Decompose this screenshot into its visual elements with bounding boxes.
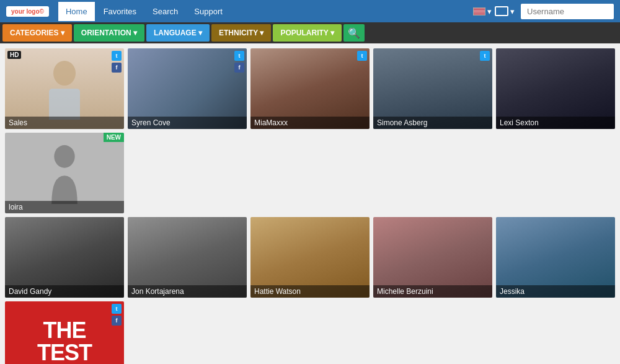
new-badge: NEW	[104, 133, 124, 142]
twitter-icon: t	[480, 51, 490, 61]
card-jessika[interactable]: Jessika	[496, 217, 615, 298]
facebook-icon: f	[112, 316, 122, 326]
syren-label: Syren Cove	[128, 117, 247, 129]
orientation-button[interactable]: ORIENTATION ▾	[74, 24, 144, 42]
twitter-icon: t	[112, 304, 122, 314]
michelle-label: Michelle Berzuini	[373, 285, 492, 298]
logo-text: your logo	[11, 8, 40, 15]
mia-label: MiaMaxxx	[250, 117, 370, 129]
test-text: THETEST	[37, 319, 92, 364]
sales-label: Sales	[5, 117, 124, 129]
search-button[interactable]: 🔍	[343, 24, 365, 42]
popularity-label: POPULARITY ▾	[280, 29, 334, 37]
hattie-label: Hattie Watson	[250, 285, 370, 298]
model-grid: HD t f Sales t f Syren Cove t MiaMaxxx	[0, 43, 620, 364]
jon-label: Jon Kortajarena	[128, 285, 247, 298]
sales-social: t f	[112, 51, 122, 73]
categories-button[interactable]: CATEGORIES ▾	[2, 24, 72, 42]
grid-row-2: David Gandy Jon Kortajarena Hattie Watso…	[5, 217, 615, 364]
card-sales[interactable]: HD t f Sales	[5, 48, 124, 129]
language-label: LANGUAGE ▾	[154, 29, 202, 37]
simone-social: t	[480, 51, 490, 61]
card-hattie[interactable]: Hattie Watson	[250, 217, 370, 298]
card-michelle[interactable]: Michelle Berzuini	[373, 217, 492, 298]
chevron-flag-us: ▾	[487, 7, 492, 16]
syren-social: t f	[234, 51, 244, 73]
test-social: t f	[112, 304, 122, 326]
language-button[interactable]: LANGUAGE ▾	[146, 24, 210, 42]
nav-links: Home Favorites Search Support	[58, 2, 473, 21]
flag-icons: ▾ ▾	[473, 6, 515, 16]
grid-row-1: HD t f Sales t f Syren Cove t MiaMaxxx	[5, 48, 615, 213]
lexi-label: Lexi Sexton	[496, 117, 615, 129]
david-label: David Gandy	[5, 285, 124, 298]
filter-bar: CATEGORIES ▾ ORIENTATION ▾ LANGUAGE ▾ ET…	[0, 22, 620, 43]
card-simone[interactable]: t Simone Asberg	[373, 48, 492, 129]
nav-favorites[interactable]: Favorites	[96, 2, 144, 21]
flag-us-button[interactable]: ▾	[473, 7, 492, 16]
facebook-icon: f	[234, 63, 244, 73]
search-icon: 🔍	[348, 27, 360, 39]
mia-social: t	[357, 51, 367, 61]
username-input[interactable]	[521, 4, 614, 19]
header: your logo© Home Favorites Search Support…	[0, 0, 620, 22]
card-david[interactable]: David Gandy	[5, 217, 124, 298]
card-jon[interactable]: Jon Kortajarena	[128, 217, 247, 298]
card-mia[interactable]: t MiaMaxxx	[250, 48, 370, 129]
categories-label: CATEGORIES ▾	[10, 29, 64, 37]
monitor-icon	[495, 6, 508, 16]
twitter-icon: t	[234, 51, 244, 61]
twitter-icon: t	[112, 51, 122, 61]
ethnicity-button[interactable]: ETHNICITY ▾	[211, 24, 271, 42]
monitor-button[interactable]: ▾	[495, 6, 515, 16]
ethnicity-label: ETHNICITY ▾	[219, 29, 264, 37]
nav-home[interactable]: Home	[58, 2, 95, 21]
simone-label: Simone Asberg	[373, 117, 492, 129]
jessika-label: Jessika	[496, 285, 615, 298]
test-content: THETEST	[5, 301, 124, 364]
svg-point-2	[54, 145, 74, 168]
card-lexi[interactable]: Lexi Sexton	[496, 48, 615, 129]
popularity-button[interactable]: POPULARITY ▾	[273, 24, 341, 42]
us-flag-icon	[473, 7, 485, 16]
nav-support[interactable]: Support	[187, 2, 230, 21]
loira-label: loira	[5, 201, 124, 213]
logo-sup: ©	[40, 8, 44, 15]
card-test[interactable]: THETEST t f Test Model	[5, 301, 124, 364]
card-loira[interactable]: NEW loira	[5, 133, 124, 213]
svg-point-0	[53, 61, 76, 86]
hd-badge: HD	[7, 51, 21, 59]
chevron-monitor: ▾	[510, 7, 515, 16]
logo[interactable]: your logo©	[6, 6, 49, 17]
orientation-label: ORIENTATION ▾	[81, 29, 137, 37]
twitter-icon: t	[357, 51, 367, 61]
nav-search[interactable]: Search	[145, 2, 185, 21]
card-syren[interactable]: t f Syren Cove	[128, 48, 247, 129]
facebook-icon: f	[112, 63, 122, 73]
svg-rect-1	[49, 89, 80, 120]
